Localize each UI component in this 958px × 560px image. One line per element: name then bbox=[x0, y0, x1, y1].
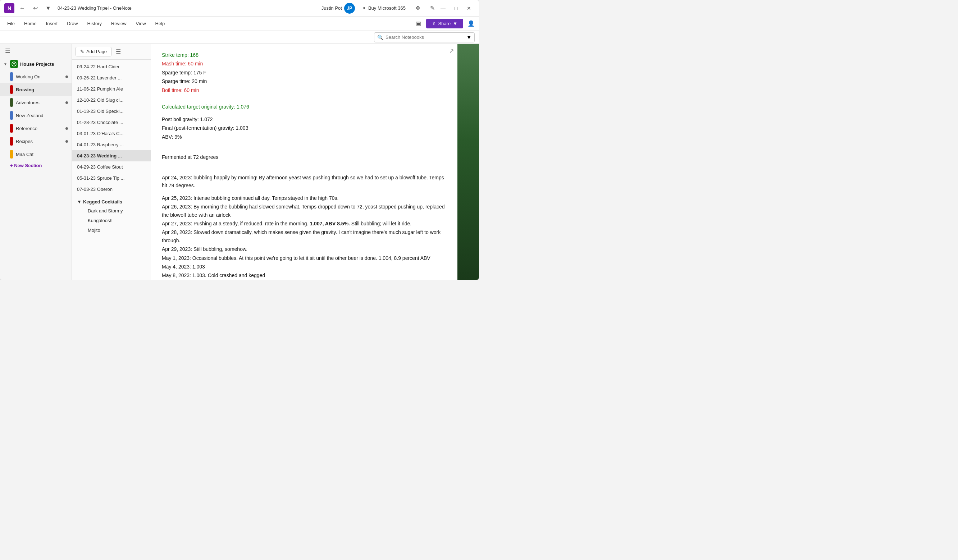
sort-button[interactable]: ☰ bbox=[114, 47, 122, 57]
add-page-icon: ✎ bbox=[80, 49, 84, 54]
mira-cat-color bbox=[10, 150, 13, 158]
expand-button[interactable]: ↗ bbox=[449, 47, 454, 54]
notebook-header[interactable]: ▼ House Projects bbox=[0, 58, 71, 70]
section-group-kegged: ▼ Kegged Cocktails Dark and Stormy Kunga… bbox=[72, 195, 151, 237]
sub-page-kungaloosh[interactable]: Kungaloosh bbox=[77, 216, 146, 225]
menu-file[interactable]: File bbox=[3, 19, 19, 28]
reference-color bbox=[10, 124, 13, 133]
page-item[interactable]: 09-26-22 Lavender ... bbox=[72, 72, 151, 83]
add-page-label: Add Page bbox=[86, 49, 107, 54]
page-item[interactable]: 07-03-23 Oberon bbox=[72, 184, 151, 195]
undo-button[interactable]: ↩ bbox=[30, 3, 40, 13]
sidebar-item-recipes[interactable]: Recipes bbox=[0, 135, 71, 148]
recipes-dot bbox=[65, 140, 68, 143]
sidebar-item-brewing[interactable]: Brewing bbox=[0, 83, 71, 96]
sidebar-item-new-zealand[interactable]: New Zealand bbox=[0, 109, 71, 122]
search-input[interactable] bbox=[385, 35, 464, 40]
mira-cat-label: Mira Cat bbox=[16, 152, 33, 157]
share-button[interactable]: ⇧ Share ▼ bbox=[426, 19, 463, 28]
minimize-button[interactable]: — bbox=[437, 3, 449, 14]
user-info: Justin Pot JP bbox=[322, 3, 355, 14]
search-bar: 🔍 ▼ bbox=[0, 31, 479, 44]
sidebar-item-adventures[interactable]: Adventures bbox=[0, 96, 71, 109]
title-bar-right: — □ ✕ bbox=[437, 3, 475, 14]
menu-help[interactable]: Help bbox=[151, 19, 170, 28]
note-text: Strike temp: 168 Mash time: 60 min Sparg… bbox=[162, 51, 447, 280]
dropdown-button[interactable]: ▼ bbox=[43, 3, 53, 13]
bold-gravity: 1.007, ABV 8.5%. bbox=[309, 221, 350, 226]
adventures-color bbox=[10, 98, 13, 107]
group-chevron-icon: ▼ bbox=[77, 199, 82, 204]
share-icon: ⇧ bbox=[432, 21, 436, 26]
pages-list: 09-24-22 Hard Cider 09-26-22 Lavender ..… bbox=[72, 60, 151, 280]
search-icon: 🔍 bbox=[377, 35, 383, 40]
ms365-label: Buy Microsoft 365 bbox=[368, 5, 406, 11]
page-item[interactable]: 05-31-23 Spruce Tip ... bbox=[72, 172, 151, 184]
menu-review[interactable]: Review bbox=[107, 19, 131, 28]
menu-home[interactable]: Home bbox=[20, 19, 41, 28]
page-item[interactable]: 03-01-23 O'Hara's C... bbox=[72, 128, 151, 139]
hamburger-button[interactable]: ☰ bbox=[3, 47, 11, 55]
avatar[interactable]: JP bbox=[344, 3, 355, 14]
kegged-cocktails-header[interactable]: ▼ Kegged Cocktails bbox=[77, 198, 146, 206]
user-name: Justin Pot bbox=[322, 5, 342, 11]
note-line-sparge-time: Sparge time: 20 min bbox=[162, 77, 447, 85]
search-dropdown-icon: ▼ bbox=[466, 35, 471, 40]
add-page-button[interactable]: ✎ Add Page bbox=[76, 47, 111, 57]
menu-items: File Home Insert Draw History Review Vie… bbox=[3, 19, 413, 28]
new-section-button[interactable]: + New Section bbox=[0, 161, 71, 170]
page-item[interactable]: 11-06-22 Pumpkin Ale bbox=[72, 83, 151, 95]
reference-label: Reference bbox=[16, 126, 37, 131]
menu-history[interactable]: History bbox=[83, 19, 106, 28]
diamond-icon: ✦ bbox=[362, 5, 366, 11]
pages-toolbar: ✎ Add Page ☰ bbox=[72, 44, 151, 60]
app-window: N ← ↩ ▼ 04-23-23 Wedding Tripel - OneNot… bbox=[0, 0, 479, 280]
menu-insert[interactable]: Insert bbox=[42, 19, 62, 28]
close-button[interactable]: ✕ bbox=[463, 3, 475, 14]
people-button[interactable]: 👤 bbox=[466, 19, 476, 29]
note-line-strike-temp: Strike temp: 168 bbox=[162, 51, 447, 59]
sidebar-item-mira-cat[interactable]: Mira Cat bbox=[0, 148, 71, 161]
page-item[interactable]: 01-28-23 Chocolate ... bbox=[72, 117, 151, 128]
sub-page-mojito[interactable]: Mojito bbox=[77, 225, 146, 235]
share-label: Share bbox=[438, 21, 450, 26]
note-entry-apr28: Apr 28, 2023: Slowed down dramatically, … bbox=[162, 228, 447, 244]
page-item[interactable]: 09-24-22 Hard Cider bbox=[72, 61, 151, 72]
ms365-button[interactable]: ✦ Buy Microsoft 365 bbox=[359, 4, 409, 12]
menu-view[interactable]: View bbox=[132, 19, 150, 28]
menu-draw[interactable]: Draw bbox=[63, 19, 82, 28]
page-item[interactable]: 04-01-23 Raspberry ... bbox=[72, 139, 151, 150]
brewing-color bbox=[10, 85, 13, 94]
onenote-logo: N bbox=[4, 3, 14, 13]
note-content: ↗ Strike temp: 168 Mash time: 60 min Spa… bbox=[151, 44, 457, 280]
sidebar-item-reference[interactable]: Reference bbox=[0, 122, 71, 135]
note-entry-apr26: Apr 26, 2023: By morning the bubbling ha… bbox=[162, 203, 447, 219]
page-item[interactable]: 12-10-22 Old Slug cl... bbox=[72, 95, 151, 106]
note-entry-may4: May 4, 2023: 1.003 bbox=[162, 263, 447, 271]
adventures-dot bbox=[65, 101, 68, 104]
page-item[interactable]: 04-29-23 Coffee Stout bbox=[72, 161, 151, 172]
note-line-sparge-temp: Sparge temp: 175 F bbox=[162, 69, 447, 77]
pen-icon-button[interactable]: ✎ bbox=[427, 3, 437, 13]
notebook-view-button[interactable]: ▣ bbox=[413, 19, 423, 29]
working-on-label: Working On bbox=[16, 74, 40, 79]
note-line-final-gravity: Final (post-fermentation) gravity: 1.003 bbox=[162, 124, 447, 132]
sub-page-dark-stormy[interactable]: Dark and Stormy bbox=[77, 206, 146, 216]
notebook-title: House Projects bbox=[20, 62, 54, 67]
group-label: Kegged Cocktails bbox=[83, 199, 122, 204]
page-item-active[interactable]: 04-23-23 Wedding ... bbox=[72, 150, 151, 161]
share-dropdown-icon: ▼ bbox=[453, 21, 457, 26]
back-button[interactable]: ← bbox=[17, 3, 27, 13]
maximize-button[interactable]: □ bbox=[450, 3, 462, 14]
recipes-label: Recipes bbox=[16, 139, 33, 144]
note-entry-apr29: Apr 29, 2023: Still bubbling, somehow. bbox=[162, 245, 447, 253]
note-line-abv: ABV: 9% bbox=[162, 133, 447, 141]
sidebar-item-working-on[interactable]: Working On bbox=[0, 70, 71, 83]
working-on-dot bbox=[65, 76, 68, 78]
gem-icon-button[interactable]: ❖ bbox=[413, 3, 423, 13]
window-title: 04-23-23 Wedding Tripel - OneNote bbox=[57, 5, 132, 11]
adventures-label: Adventures bbox=[16, 100, 40, 105]
note-entry-apr25: Apr 25, 2023: Intense bubbling continued… bbox=[162, 194, 447, 202]
sidebar-header: ☰ bbox=[0, 44, 71, 58]
page-item[interactable]: 01-13-23 Old Speckl... bbox=[72, 106, 151, 117]
